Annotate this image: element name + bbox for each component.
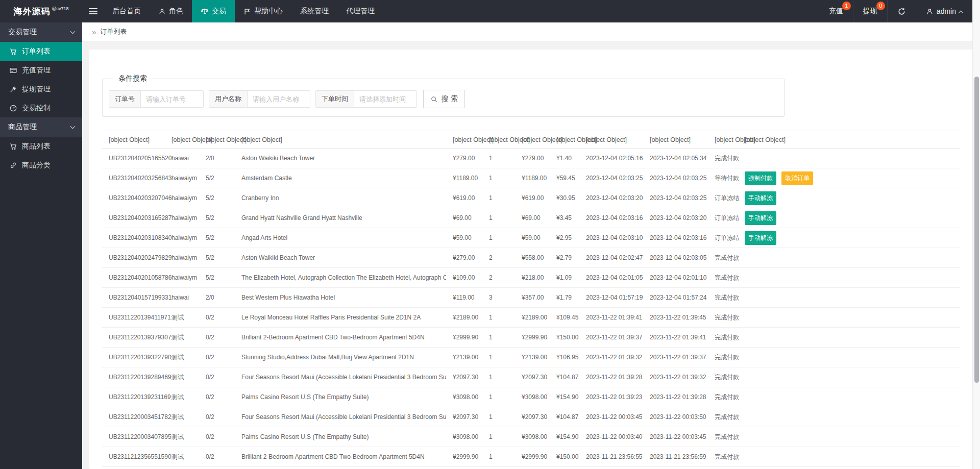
cell-unit-price: ¥619.00	[446, 188, 482, 208]
brand-logo[interactable]: 海外源码 @cv718	[0, 0, 82, 22]
cell-commission: ¥109.45	[550, 308, 579, 328]
scrollbar[interactable]	[972, 0, 980, 469]
order-time-field-label: 下单时间	[316, 91, 354, 107]
cell-trade-status: 订单冻结	[708, 228, 738, 248]
content-panel: 条件搜索 订单号 用户名称 下单时间 搜 索	[89, 50, 973, 469]
table-row: UB2312040157199331 haiwai 2/0 Best Weste…	[102, 288, 960, 308]
sidebar-item-withdraw-management[interactable]: 提现管理	[0, 80, 82, 98]
cancel-order-button[interactable]: 取消订单	[781, 171, 813, 185]
cell-amount: ¥279.00	[515, 149, 550, 168]
column-header: [object Object]	[446, 131, 482, 149]
nav-item-agents[interactable]: 代理管理	[337, 0, 383, 22]
nav-label: 后台首页	[112, 7, 141, 16]
table-row: UB2311220139411971 测试 0/2 Le Royal Monce…	[102, 308, 960, 328]
user-menu[interactable]: admin	[916, 0, 972, 22]
cell-trade-status: 完成付款	[708, 288, 738, 308]
username-input[interactable]	[248, 91, 310, 107]
scales-icon	[201, 7, 209, 15]
cell-unfreeze-time: 2023-11-22 00:03:50	[643, 407, 708, 427]
nav-label: 帮助中心	[254, 7, 283, 16]
cell-unfreeze-time: 2023-11-21 23:56:59	[643, 447, 708, 467]
cell-complete-start-ratio: 0/2	[199, 328, 235, 348]
nav-item-system[interactable]: 系统管理	[291, 0, 337, 22]
cell-order-time: 2023-11-22 01:39:41	[579, 308, 643, 328]
force-pay-button[interactable]: 强制付款	[745, 171, 776, 185]
user-icon	[158, 8, 166, 15]
cell-trade-status: 完成付款	[708, 348, 738, 367]
order-no-field-label: 订单号	[109, 91, 141, 107]
manual-unfreeze-button[interactable]: 手动解冻	[745, 231, 776, 245]
cell-amount: ¥357.00	[515, 288, 550, 308]
cell-order-no: UB2311220139289469	[102, 367, 165, 387]
search-button[interactable]: 搜 索	[423, 90, 465, 108]
nav-item-roles[interactable]: 角色	[150, 0, 192, 22]
cell-unfreeze-time: 2023-11-22 01:39:45	[643, 308, 708, 328]
sidebar-item-order-list[interactable]: 订单列表	[0, 42, 82, 61]
sidebar-item-trade-control[interactable]: 交易控制	[0, 98, 82, 117]
cell-trade-status: 完成付款	[708, 447, 738, 467]
flag-icon	[243, 8, 251, 15]
cell-commission: ¥150.00	[550, 328, 579, 348]
cell-actions	[738, 407, 960, 427]
sidebar-item-recharge-management[interactable]: 充值管理	[0, 61, 82, 80]
cell-actions	[738, 268, 960, 288]
cell-trade-status: 订单冻结	[708, 188, 738, 208]
cell-unit-price: ¥1189.00	[446, 168, 482, 188]
refresh-button[interactable]	[887, 0, 916, 22]
sidebar-group-product-management[interactable]: 商品管理	[0, 117, 82, 137]
cell-amount: ¥2097.30	[515, 367, 550, 387]
nav-item-trade[interactable]: 交易	[192, 0, 235, 22]
cell-actions	[738, 387, 960, 407]
sidebar-item-product-category[interactable]: 商品分类	[0, 156, 82, 175]
manual-unfreeze-button[interactable]: 手动解冻	[745, 191, 776, 205]
cell-order-no: UB2311220139231169	[102, 387, 165, 407]
nav-recharge[interactable]: 充值 1	[819, 0, 853, 22]
cell-product-name: Palms Casino Resort U.S (The Empathy Sui…	[235, 427, 446, 447]
table-row: UB2311220003451782 测试 0/2 Four Seasons R…	[102, 407, 960, 427]
chevron-down-icon	[70, 124, 76, 129]
table-header-row: [object Object][object Object][object Ob…	[102, 131, 960, 149]
sidebar-collapse-button[interactable]	[82, 0, 104, 22]
order-no-input[interactable]	[141, 91, 203, 107]
cell-quantity: 1	[482, 188, 515, 208]
sidebar-group-trade-management[interactable]: 交易管理	[0, 22, 82, 42]
cell-unfreeze-time: 2023-11-22 01:39:41	[643, 328, 708, 348]
cell-quantity: 1	[482, 407, 515, 427]
cell-trade-status: 完成付款	[708, 427, 738, 447]
cell-unfreeze-time: 2023-12-04 02:03:20	[643, 208, 708, 228]
manual-unfreeze-button[interactable]: 手动解冻	[745, 211, 776, 225]
cell-unit-price: ¥2097.30	[446, 407, 482, 427]
scrollbar-thumb[interactable]	[974, 77, 979, 383]
sidebar-item-product-list[interactable]: 商品列表	[0, 137, 82, 156]
cell-actions	[738, 328, 960, 348]
cell-order-time: 2023-12-04 02:05:16	[579, 149, 643, 168]
cell-complete-start-ratio: 5/2	[199, 208, 235, 228]
order-time-field-group: 下单时间	[315, 90, 417, 108]
cell-amount: ¥2097.30	[515, 407, 550, 427]
top-navbar: 海外源码 @cv718 后台首页 角色 交易 帮助中心 系统管理	[0, 0, 972, 22]
nav-withdraw[interactable]: 提现 0	[853, 0, 887, 22]
breadcrumb-chevrons-icon: »	[92, 28, 96, 36]
cell-amount: ¥2189.00	[515, 308, 550, 328]
cell-trade-status: 完成付款	[708, 328, 738, 348]
cell-unfreeze-time: 2023-12-04 02:03:25	[643, 188, 708, 208]
cell-product-name: Brilliant 2-Bedroom Apartment CBD Two-Be…	[235, 328, 446, 348]
cell-commission: ¥59.45	[550, 168, 579, 188]
cell-unit-price: ¥2999.90	[446, 447, 482, 467]
column-header: [object Object]	[235, 131, 446, 149]
cell-order-no: UB2311212356551590	[102, 447, 165, 467]
navbar-right: 充值 1 提现 0 admin	[819, 0, 972, 22]
nav-item-dashboard[interactable]: 后台首页	[104, 0, 150, 22]
order-time-input[interactable]	[354, 91, 416, 107]
sidebar-item-label: 提现管理	[22, 85, 51, 94]
cell-actions	[738, 348, 960, 367]
cell-complete-start-ratio: 5/2	[199, 168, 235, 188]
cell-trade-status: 订单冻结	[708, 208, 738, 228]
username-field-group: 用户名称	[209, 90, 310, 108]
nav-item-help-center[interactable]: 帮助中心	[235, 0, 291, 22]
cell-product-name: Angad Arts Hotel	[235, 228, 446, 248]
main-content: » 订单列表 条件搜索 订单号 用户名称 下单时间	[82, 0, 980, 469]
cell-commission: ¥1.40	[550, 149, 579, 168]
cell-product-name: Four Seasons Resort Maui (Accessible Lok…	[235, 367, 446, 387]
cell-amount: ¥1189.00	[515, 168, 550, 188]
